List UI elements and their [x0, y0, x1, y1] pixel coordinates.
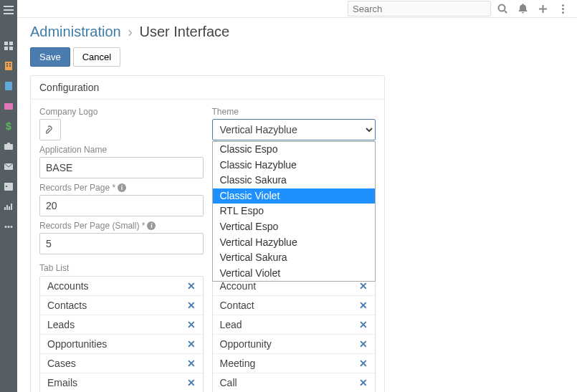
svg-rect-1 [9, 42, 13, 45]
quick-create-list: Account✕Contact✕Lead✕Opportunity✕Meeting… [212, 276, 376, 392]
list-item-label: Account [220, 280, 257, 292]
svg-point-22 [5, 226, 7, 228]
info-icon[interactable]: i [147, 221, 156, 230]
sidebar-item-leads[interactable] [0, 96, 17, 116]
config-panel: Configuration Company Logo Theme V [30, 75, 385, 392]
theme-option[interactable]: Vertical Hazyblue [213, 235, 376, 251]
svg-rect-2 [4, 47, 8, 50]
rpp-input[interactable] [39, 195, 204, 216]
list-item[interactable]: Opportunity✕ [213, 335, 376, 354]
close-icon[interactable]: ✕ [187, 338, 196, 350]
svg-rect-0 [4, 42, 8, 45]
close-icon[interactable]: ✕ [187, 319, 196, 330]
theme-option[interactable]: Classic Espo [213, 142, 376, 158]
theme-label: Theme [212, 107, 376, 117]
list-item[interactable]: Emails✕ [40, 373, 203, 392]
theme-select[interactable]: Vertical Hazyblue [212, 119, 376, 140]
plus-icon[interactable] [534, 0, 551, 17]
panel-title: Configuration [31, 76, 384, 100]
svg-rect-12 [4, 144, 13, 150]
svg-point-24 [11, 226, 13, 228]
svg-rect-20 [9, 206, 10, 210]
list-item[interactable]: Call✕ [213, 373, 376, 392]
save-button[interactable]: Save [30, 47, 70, 67]
close-icon[interactable]: ✕ [359, 377, 368, 388]
close-icon[interactable]: ✕ [187, 280, 196, 292]
sidebar-item-calendar[interactable] [0, 176, 17, 196]
theme-option[interactable]: Vertical Sakura [213, 250, 376, 266]
list-item-label: Cases [47, 358, 76, 369]
sidebar-item-cases[interactable] [0, 136, 17, 156]
svg-rect-21 [11, 204, 12, 210]
svg-rect-3 [9, 47, 13, 50]
svg-point-26 [562, 4, 564, 6]
list-item-label: Leads [47, 319, 75, 330]
svg-rect-10 [4, 103, 13, 110]
list-item-label: Emails [47, 377, 77, 388]
list-item[interactable]: Meeting✕ [213, 354, 376, 373]
sidebar-item-dashboard[interactable] [0, 36, 17, 56]
sidebar-item-contacts[interactable] [0, 76, 17, 96]
close-icon[interactable]: ✕ [359, 319, 368, 330]
theme-option[interactable]: Classic Sakura [213, 173, 376, 188]
close-icon[interactable]: ✕ [187, 300, 196, 311]
list-item[interactable]: Lead✕ [213, 315, 376, 335]
svg-rect-6 [9, 63, 11, 64]
kebab-icon[interactable] [554, 0, 571, 17]
theme-option[interactable]: Classic Hazyblue [213, 158, 376, 173]
hamburger-icon[interactable] [0, 0, 17, 20]
list-item-label: Contact [220, 300, 254, 311]
list-item[interactable]: Leads✕ [40, 315, 203, 335]
close-icon[interactable]: ✕ [187, 358, 196, 369]
page-title: User Interface [140, 24, 230, 39]
sidebar: $ [0, 0, 17, 392]
list-item[interactable]: Opportunities✕ [40, 335, 203, 354]
theme-option[interactable]: Classic Violet [213, 188, 376, 204]
tab-list: Accounts✕Contacts✕Leads✕Opportunities✕Ca… [39, 276, 204, 392]
sidebar-item-reports[interactable] [0, 196, 17, 216]
svg-point-23 [8, 226, 10, 228]
rpp-small-input[interactable] [39, 233, 204, 254]
list-item-label: Lead [220, 319, 242, 330]
theme-option[interactable]: Vertical Violet [213, 266, 376, 282]
search-input[interactable] [348, 1, 491, 16]
rpp-small-label: Records Per Page (Small) * i [39, 221, 204, 231]
list-item[interactable]: Cases✕ [40, 354, 203, 373]
breadcrumb-root[interactable]: Administration [30, 24, 121, 39]
svg-rect-4 [5, 62, 12, 70]
app-name-label: Application Name [39, 145, 204, 155]
close-icon[interactable]: ✕ [359, 280, 368, 292]
theme-dropdown[interactable]: Classic EspoClassic HazyblueClassic Saku… [212, 141, 376, 282]
svg-rect-9 [5, 82, 12, 90]
sidebar-item-more[interactable] [0, 216, 17, 236]
tab-list-label: Tab List [39, 263, 204, 273]
list-item[interactable]: Contacts✕ [40, 296, 203, 315]
list-item[interactable]: Accounts✕ [40, 277, 203, 296]
cancel-button[interactable]: Cancel [73, 47, 120, 67]
rpp-label: Records Per Page * i [39, 183, 204, 193]
theme-option[interactable]: Vertical Espo [213, 219, 376, 235]
info-icon[interactable]: i [118, 183, 126, 192]
topbar [17, 0, 577, 18]
sidebar-item-opportunities[interactable]: $ [0, 116, 17, 136]
close-icon[interactable]: ✕ [359, 358, 368, 369]
list-item-label: Contacts [47, 300, 87, 311]
svg-rect-18 [4, 207, 6, 210]
svg-rect-16 [4, 183, 13, 185]
bell-icon[interactable] [514, 0, 531, 17]
close-icon[interactable]: ✕ [187, 377, 196, 388]
app-name-input[interactable] [39, 157, 204, 178]
svg-rect-7 [6, 65, 8, 67]
close-icon[interactable]: ✕ [359, 338, 368, 350]
theme-option[interactable]: RTL Espo [213, 204, 376, 219]
breadcrumb: Administration › User Interface [30, 24, 564, 40]
svg-rect-13 [7, 143, 10, 145]
svg-rect-8 [9, 65, 11, 67]
sidebar-item-accounts[interactable] [0, 56, 17, 76]
close-icon[interactable]: ✕ [359, 300, 368, 311]
sidebar-item-emails[interactable] [0, 156, 17, 176]
list-item-label: Opportunities [47, 338, 107, 350]
list-item[interactable]: Contact✕ [213, 296, 376, 315]
upload-button[interactable] [39, 119, 61, 140]
search-icon[interactable] [494, 0, 511, 17]
